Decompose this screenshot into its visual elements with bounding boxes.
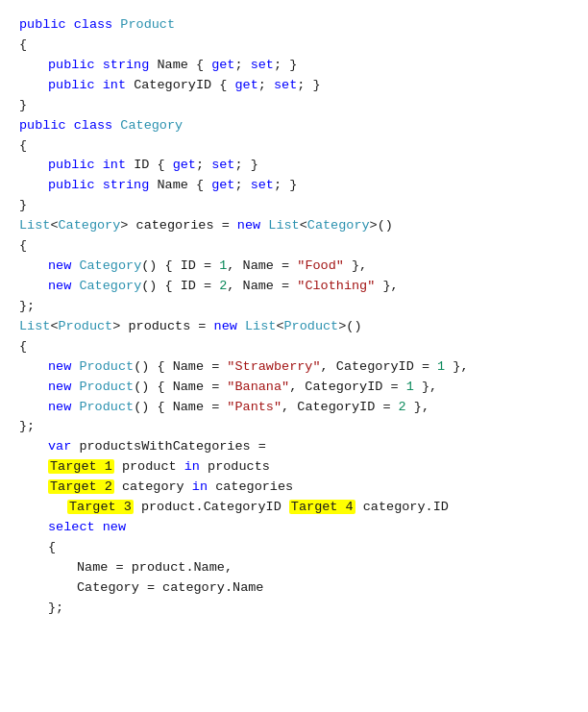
line-target2: Target 2 category in categories xyxy=(19,478,569,498)
line-21: }; xyxy=(19,417,569,437)
line-2: { xyxy=(19,36,569,56)
line-close: }; xyxy=(19,599,569,619)
line-1: public class Product xyxy=(19,15,569,36)
line-16: List<Product> products = new List<Produc… xyxy=(19,317,569,337)
line-9: public string Name { get; set; } xyxy=(19,176,569,196)
target-3-badge: Target 3 xyxy=(67,500,134,514)
line-8: public int ID { get; set; } xyxy=(19,156,569,176)
line-19: new Product() { Name = "Banana", Categor… xyxy=(19,378,569,398)
line-17: { xyxy=(19,337,569,357)
line-target3: Target 3 product.CategoryID Target 4 cat… xyxy=(19,498,569,518)
line-13: new Category() { ID = 1, Name = "Food" }… xyxy=(19,257,569,277)
line-name-prop: Name = product.Name, xyxy=(19,558,569,578)
line-20: new Product() { Name = "Pants", Category… xyxy=(19,398,569,418)
target-2-badge: Target 2 xyxy=(48,479,114,494)
line-6: public class Category xyxy=(19,116,569,136)
line-3: public string Name { get; set; } xyxy=(19,56,569,76)
line-target1: Target 1 product in products xyxy=(19,457,569,478)
line-14: new Category() { ID = 2, Name = "Clothin… xyxy=(19,277,569,297)
code-container: public class Product { public string Nam… xyxy=(19,15,569,619)
line-11: List<Category> categories = new List<Cat… xyxy=(19,216,569,236)
line-4: public int CategoryID { get; set; } xyxy=(19,76,569,96)
line-7: { xyxy=(19,136,569,157)
line-18: new Product() { Name = "Strawberry", Cat… xyxy=(19,357,569,378)
line-22: var productsWithCategories = xyxy=(19,437,569,457)
line-select: select new xyxy=(19,518,569,538)
target-4-badge: Target 4 xyxy=(289,500,355,514)
line-category-prop: Category = category.Name xyxy=(19,578,569,599)
line-12: { xyxy=(19,236,569,257)
line-open-brace: { xyxy=(19,538,569,558)
line-15: }; xyxy=(19,297,569,317)
line-10: } xyxy=(19,196,569,216)
line-5: } xyxy=(19,96,569,116)
target-1-badge: Target 1 xyxy=(48,459,114,474)
